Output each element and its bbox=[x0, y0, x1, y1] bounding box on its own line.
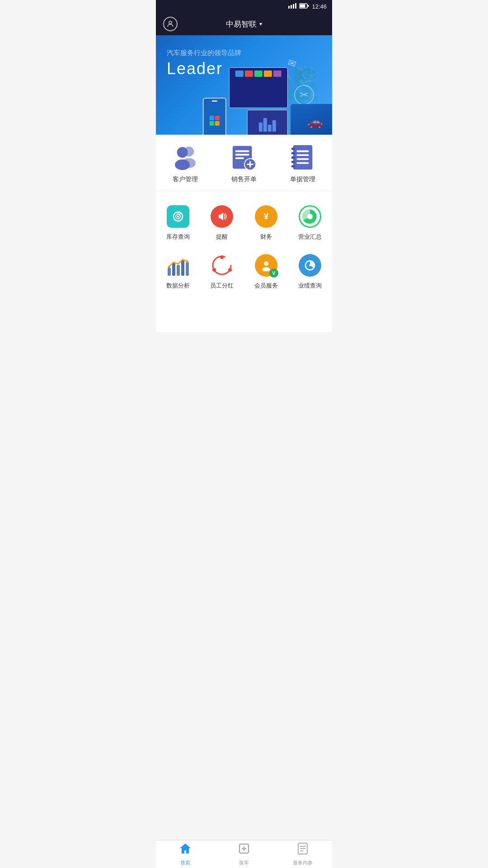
revenue-button[interactable]: 营业汇总 bbox=[288, 198, 333, 245]
svg-rect-2 bbox=[293, 4, 294, 9]
performance-query-label: 业绩查询 bbox=[298, 282, 322, 290]
top-feature-grid: 客户管理 销售开单 bbox=[156, 135, 332, 191]
svg-rect-39 bbox=[172, 263, 175, 276]
time-display: 12:46 bbox=[312, 3, 327, 10]
svg-rect-21 bbox=[291, 152, 295, 154]
signal-icon bbox=[288, 3, 296, 9]
svg-rect-24 bbox=[291, 165, 295, 167]
svg-point-33 bbox=[177, 216, 179, 217]
performance-icon bbox=[298, 254, 322, 277]
svg-marker-34 bbox=[219, 212, 223, 221]
svg-rect-6 bbox=[308, 5, 309, 7]
employee-bonus-icon bbox=[210, 254, 234, 277]
status-bar: 12:46 bbox=[156, 0, 332, 13]
svg-rect-22 bbox=[291, 156, 295, 159]
svg-point-43 bbox=[168, 266, 170, 268]
revenue-label: 营业汇总 bbox=[298, 233, 322, 241]
document-management-label: 单据管理 bbox=[290, 175, 315, 184]
document-management-button[interactable]: 单据管理 bbox=[273, 144, 332, 184]
customers-icon bbox=[170, 144, 200, 171]
employee-bonus-button[interactable]: 员工分红 bbox=[200, 247, 244, 294]
svg-rect-5 bbox=[300, 5, 305, 8]
svg-point-7 bbox=[169, 21, 172, 24]
revenue-icon bbox=[298, 205, 322, 228]
svg-point-50 bbox=[264, 261, 268, 266]
reminder-icon bbox=[210, 205, 234, 228]
svg-point-11 bbox=[175, 160, 190, 170]
svg-point-37 bbox=[307, 214, 313, 219]
svg-rect-28 bbox=[296, 162, 309, 164]
svg-rect-13 bbox=[235, 151, 249, 152]
svg-rect-23 bbox=[291, 161, 295, 163]
sales-icon bbox=[229, 144, 259, 171]
finance-icon: ¥ bbox=[254, 205, 278, 228]
data-analysis-button[interactable]: 数据分析 bbox=[156, 247, 200, 294]
svg-rect-14 bbox=[235, 154, 249, 156]
svg-point-10 bbox=[177, 147, 188, 158]
svg-rect-20 bbox=[291, 148, 295, 150]
data-analysis-icon bbox=[166, 254, 190, 277]
reminder-button[interactable]: 提醒 bbox=[200, 198, 244, 245]
finance-button[interactable]: ¥ 财务 bbox=[244, 198, 288, 245]
svg-rect-19 bbox=[293, 145, 313, 170]
member-service-button[interactable]: V 会员服务 bbox=[244, 247, 288, 294]
feature-grid-section: 库存查询 提醒 bbox=[156, 191, 332, 301]
svg-text:¥: ¥ bbox=[264, 212, 268, 221]
svg-point-53 bbox=[309, 264, 311, 266]
inventory-icon bbox=[166, 205, 190, 228]
svg-rect-25 bbox=[296, 151, 309, 152]
phone-device bbox=[203, 98, 226, 135]
data-analysis-label: 数据分析 bbox=[166, 282, 190, 290]
svg-rect-38 bbox=[168, 268, 171, 276]
employee-bonus-label: 员工分红 bbox=[210, 282, 234, 290]
svg-line-32 bbox=[180, 213, 181, 215]
document-icon bbox=[288, 144, 318, 171]
svg-rect-15 bbox=[235, 157, 244, 159]
member-badge-icon: V bbox=[269, 269, 278, 278]
inventory-label: 库存查询 bbox=[166, 233, 190, 241]
member-service-label: 会员服务 bbox=[254, 282, 278, 290]
main-content: 客户管理 销售开单 bbox=[156, 135, 332, 332]
sales-order-button[interactable]: 销售开单 bbox=[215, 144, 273, 184]
performance-query-button[interactable]: 业绩查询 bbox=[288, 247, 333, 294]
member-service-icon: V bbox=[254, 254, 278, 277]
svg-rect-3 bbox=[295, 3, 296, 9]
header-title-area[interactable]: 中易智联 ▾ bbox=[226, 19, 262, 29]
customer-management-label: 客户管理 bbox=[173, 175, 198, 184]
chevron-down-icon: ▾ bbox=[259, 21, 262, 27]
app-header: 中易智联 ▾ bbox=[156, 13, 332, 35]
svg-rect-27 bbox=[296, 158, 309, 160]
svg-rect-42 bbox=[186, 262, 189, 276]
svg-point-48 bbox=[212, 268, 216, 272]
svg-rect-40 bbox=[177, 265, 180, 276]
avatar-button[interactable] bbox=[163, 17, 178, 31]
customer-management-button[interactable]: 客户管理 bbox=[156, 144, 215, 184]
svg-rect-0 bbox=[288, 6, 290, 9]
svg-point-47 bbox=[228, 268, 232, 272]
feature-row-2: 数据分析 员工分红 bbox=[156, 247, 332, 294]
devices-illustration: 🚗 bbox=[203, 67, 332, 135]
feature-row-1: 库存查询 提醒 bbox=[156, 198, 332, 245]
svg-rect-26 bbox=[296, 154, 309, 156]
svg-rect-1 bbox=[291, 5, 292, 9]
svg-rect-41 bbox=[181, 260, 184, 276]
svg-point-51 bbox=[262, 267, 270, 271]
reminder-label: 提醒 bbox=[216, 233, 228, 241]
finance-label: 财务 bbox=[260, 233, 272, 241]
inventory-button[interactable]: 库存查询 bbox=[156, 198, 200, 245]
sales-order-label: 销售开单 bbox=[231, 175, 257, 184]
battery-icon bbox=[299, 3, 309, 9]
app-title: 中易智联 bbox=[226, 19, 257, 29]
hero-banner: 🐉 汽车服务行业的领导品牌 Leader ✉ ✂ bbox=[156, 35, 332, 135]
svg-point-44 bbox=[186, 260, 188, 263]
